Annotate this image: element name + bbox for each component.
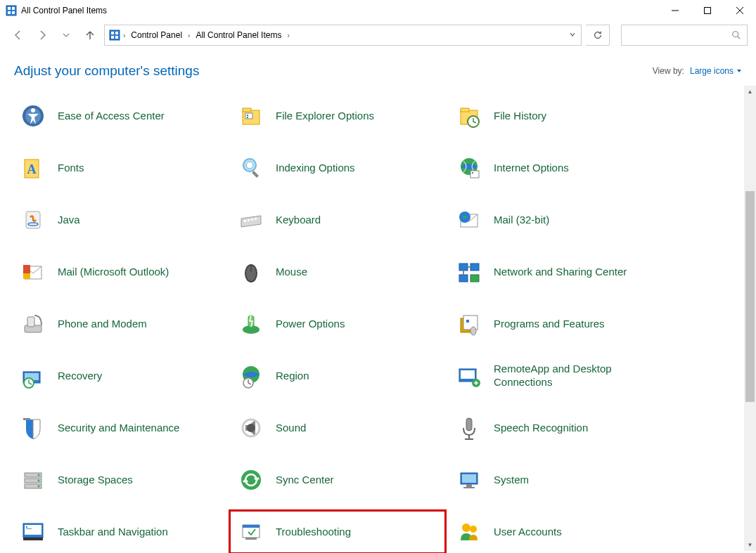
cp-item-taskbar[interactable]: Taskbar and Navigation	[14, 516, 232, 548]
svg-rect-33	[470, 171, 479, 178]
svg-rect-60	[466, 320, 469, 323]
folder-options-icon	[236, 101, 266, 131]
svg-point-96	[470, 526, 477, 533]
minimize-button[interactable]	[659, 0, 691, 21]
svg-rect-70	[23, 418, 30, 420]
refresh-button[interactable]	[586, 25, 610, 46]
keyboard-icon	[236, 205, 266, 235]
svg-rect-12	[111, 36, 114, 39]
cp-item-phone[interactable]: Phone and Modem	[14, 308, 232, 340]
cp-item-label: File Explorer Options	[276, 110, 374, 123]
breadcrumb-item[interactable]: Control Panel	[128, 29, 185, 41]
address-dropdown[interactable]	[568, 30, 577, 41]
cp-item-speech[interactable]: Speech Recognition	[450, 412, 668, 444]
search-input[interactable]	[621, 25, 748, 46]
scrollbar[interactable]: ▲ ▼	[744, 86, 756, 551]
svg-rect-56	[27, 317, 34, 327]
cp-item-folder-options[interactable]: File Explorer Options	[232, 100, 450, 132]
cp-item-keyboard[interactable]: Keyboard	[232, 204, 450, 236]
svg-rect-21	[245, 113, 252, 119]
cp-item-storage[interactable]: Storage Spaces	[14, 464, 232, 496]
breadcrumb-item[interactable]: All Control Panel Items	[193, 29, 284, 41]
internet-options-icon	[454, 153, 484, 183]
mail-outlook-icon	[18, 257, 48, 287]
cp-item-mail-outlook[interactable]: Mail (Microsoft Outlook)	[14, 256, 232, 288]
cp-item-mouse[interactable]: Mouse	[232, 256, 450, 288]
mouse-icon	[236, 257, 266, 287]
close-button[interactable]	[724, 0, 756, 21]
titlebar: All Control Panel Items	[0, 0, 756, 21]
svg-rect-23	[247, 117, 248, 118]
cp-item-label: Mail (32-bit)	[494, 214, 549, 227]
svg-rect-1	[8, 7, 11, 10]
cp-item-label: Indexing Options	[276, 162, 355, 175]
cp-item-label: Region	[276, 370, 309, 383]
remoteapp-icon	[454, 361, 484, 391]
svg-rect-10	[111, 32, 114, 34]
svg-rect-2	[12, 7, 15, 10]
recovery-icon	[18, 361, 48, 391]
cp-item-sync[interactable]: Sync Center	[232, 464, 450, 496]
fonts-icon: A	[18, 153, 48, 183]
recent-dropdown[interactable]	[56, 25, 76, 45]
cp-item-sound[interactable]: Sound	[232, 412, 450, 444]
cp-item-fonts[interactable]: AFonts	[14, 152, 232, 184]
maximize-button[interactable]	[691, 0, 724, 21]
cp-item-power[interactable]: Power Options	[232, 308, 450, 340]
region-icon	[236, 361, 266, 391]
scroll-down-button[interactable]: ▼	[744, 539, 756, 551]
speech-icon	[454, 413, 484, 443]
cp-item-java[interactable]: Java	[14, 204, 232, 236]
cp-item-region[interactable]: Region	[232, 360, 450, 392]
items-grid: Ease of Access CenterFile Explorer Optio…	[14, 93, 749, 553]
svg-rect-89	[23, 538, 43, 540]
chevron-right-icon[interactable]: ›	[287, 32, 289, 39]
svg-rect-73	[466, 418, 472, 431]
cp-item-ease-of-access[interactable]: Ease of Access Center	[14, 100, 232, 132]
scroll-up-button[interactable]: ▲	[744, 86, 756, 98]
power-icon	[236, 309, 266, 339]
svg-point-80	[38, 480, 40, 482]
svg-rect-51	[459, 275, 468, 282]
cp-item-programs[interactable]: Programs and Features	[450, 308, 668, 340]
cp-item-label: File History	[494, 110, 546, 123]
cp-item-system[interactable]: System	[450, 464, 668, 496]
cp-item-label: Internet Options	[494, 162, 569, 175]
svg-rect-49	[459, 264, 468, 271]
cp-item-label: Speech Recognition	[494, 422, 588, 435]
cp-item-file-history[interactable]: File History	[450, 100, 668, 132]
svg-point-18	[31, 108, 35, 112]
svg-rect-86	[463, 487, 475, 488]
svg-point-79	[38, 474, 40, 476]
svg-rect-22	[247, 115, 248, 116]
cp-item-network[interactable]: Network and Sharing Center	[450, 256, 668, 288]
cp-item-internet-options[interactable]: Internet Options	[450, 152, 668, 184]
cp-item-mail[interactable]: Mail (32-bit)	[450, 204, 668, 236]
svg-point-82	[241, 470, 261, 490]
cp-item-recovery[interactable]: Recovery	[14, 360, 232, 392]
scroll-thumb[interactable]	[745, 191, 755, 402]
svg-rect-38	[248, 219, 250, 221]
svg-rect-34	[472, 172, 473, 174]
cp-item-remoteapp[interactable]: RemoteApp and Desktop Connections	[450, 360, 668, 392]
up-button[interactable]	[80, 25, 100, 45]
cp-item-indexing[interactable]: Indexing Options	[232, 152, 450, 184]
cp-item-troubleshooting[interactable]: Troubleshooting	[229, 509, 447, 553]
forward-button[interactable]	[32, 25, 52, 45]
address-bar[interactable]: › Control Panel › All Control Panel Item…	[104, 25, 582, 46]
back-button[interactable]	[8, 25, 28, 45]
chevron-right-icon[interactable]: ›	[123, 32, 125, 39]
svg-point-14	[733, 32, 738, 37]
svg-rect-13	[115, 36, 118, 39]
cp-item-label: Fonts	[58, 162, 84, 175]
svg-rect-37	[244, 220, 246, 222]
svg-rect-31	[252, 171, 259, 178]
viewby-dropdown[interactable]: Large icons	[690, 66, 742, 76]
cp-item-security[interactable]: Security and Maintenance	[14, 412, 232, 444]
chevron-right-icon[interactable]: ›	[188, 32, 190, 39]
cp-item-users[interactable]: User Accounts	[450, 516, 668, 548]
cp-item-label: RemoteApp and Desktop Connections	[494, 363, 664, 389]
address-icon	[109, 30, 120, 41]
svg-line-15	[738, 37, 741, 39]
cp-item-label: Network and Sharing Center	[494, 266, 627, 279]
